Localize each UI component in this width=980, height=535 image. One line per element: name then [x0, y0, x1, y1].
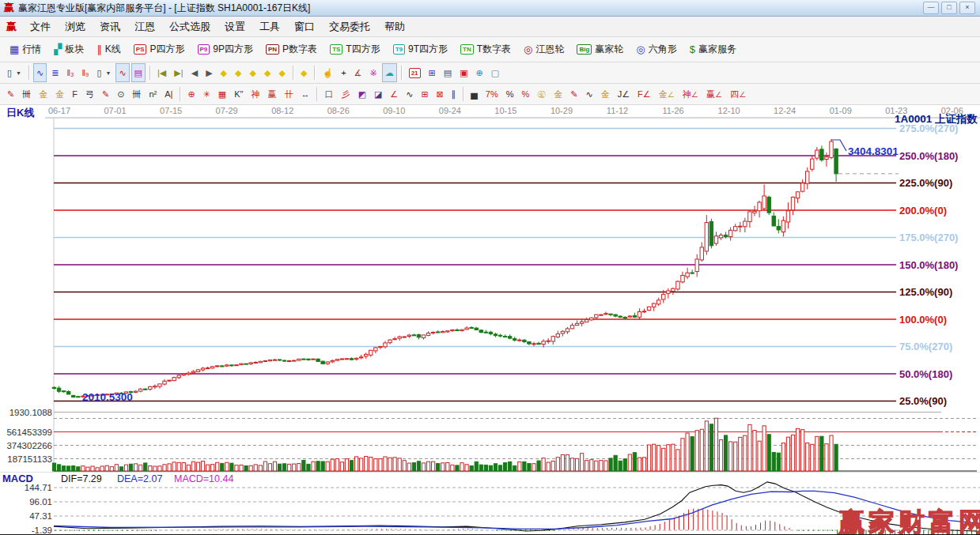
diamond-right-button[interactable]: ◆ — [232, 63, 244, 82]
shen-angle-tool[interactable]: 神∠ — [679, 85, 702, 104]
p-square-button[interactable]: PSP四方形 — [128, 40, 191, 60]
time-line-tool[interactable]: ∿ — [115, 63, 129, 82]
slant-lines-tool[interactable]: ∥ — [448, 85, 460, 104]
notes-tool[interactable]: ≣ — [48, 63, 62, 82]
maximize-button[interactable]: □ — [941, 2, 957, 14]
sectors-button[interactable]: ▞板块 — [48, 40, 89, 60]
gold-line-tool[interactable]: 金 — [551, 85, 566, 104]
a-line-tool[interactable]: A| — [161, 85, 176, 104]
angle-lines-tool[interactable]: ∠ — [387, 85, 401, 104]
winner-wheel-button[interactable]: Big赢家轮 — [571, 40, 629, 60]
circle-cross-tool[interactable]: ⊕ — [184, 85, 198, 104]
hand-tool[interactable]: ☝ — [319, 63, 336, 82]
clock-circle-tool[interactable]: ⊙ — [114, 85, 127, 104]
menu-1[interactable]: 浏览 — [58, 21, 93, 32]
percent-line-tool[interactable]: % — [518, 85, 532, 104]
gann-shape-tool[interactable]: ※ — [366, 63, 380, 82]
menu-7[interactable]: 窗口 — [287, 21, 322, 32]
menu-6[interactable]: 工具 — [252, 21, 287, 32]
kline-button[interactable]: ∥K线 — [91, 40, 127, 60]
width-arrows-tool[interactable]: ↔ — [297, 85, 312, 104]
gold-circle-tool[interactable]: ㊎ — [534, 85, 549, 104]
si-angle-tool[interactable]: 四∠ — [727, 85, 749, 104]
menu-5[interactable]: 设置 — [218, 21, 252, 32]
last-page-button[interactable]: ▶| — [171, 63, 186, 82]
save-button[interactable]: ▣ — [456, 63, 471, 82]
fan-lines-tool[interactable]: 彡 — [338, 85, 353, 104]
quotes-button[interactable]: ▦行情 — [4, 40, 47, 60]
first-page-button[interactable]: |◀ — [154, 63, 169, 82]
bar-chart-tool-icon: ▅ — [471, 90, 477, 99]
report-button[interactable]: ▤ — [441, 63, 455, 82]
close-button[interactable]: × — [959, 2, 975, 14]
grid-x-tool[interactable]: ▦ — [215, 85, 229, 104]
diamond-star-button[interactable]: ◆ — [275, 63, 288, 82]
pen-grid-tool[interactable]: ✎ — [99, 85, 112, 104]
diamond-harrow-button[interactable]: ◆ — [247, 63, 259, 82]
bars-3-tool[interactable]: ‖₃ — [63, 63, 77, 82]
menu-2[interactable]: 资讯 — [93, 21, 127, 32]
t-number-button[interactable]: TNT数字表 — [455, 40, 516, 60]
grid-red-tool[interactable]: ⊞ — [418, 85, 431, 104]
color-bar-tool[interactable]: ▤ — [131, 63, 146, 82]
t-square-button[interactable]: TST四方形 — [324, 40, 386, 60]
grid-red2-tool[interactable]: ⊠ — [433, 85, 447, 104]
t9-square-button[interactable]: T99T四方形 — [388, 40, 453, 60]
wave-av-tool[interactable]: ∿ — [582, 85, 596, 104]
winner-service-button[interactable]: $赢家服务 — [684, 40, 742, 60]
bars-9-tool[interactable]: ‖₉ — [78, 63, 92, 82]
fan-box-tool[interactable]: ◩ — [354, 85, 369, 104]
menu-9[interactable]: 帮助 — [377, 21, 412, 32]
period-dropdown[interactable]: ▯▼ — [4, 63, 25, 82]
pc-sync-button[interactable]: ▢ — [488, 63, 502, 82]
fan-box2-tool[interactable]: ◪ — [371, 85, 385, 104]
kline-chart[interactable]: 06-1707-0107-1507-2908-1208-2609-1009-24… — [0, 105, 980, 535]
gold-angle-tool[interactable]: 金∠ — [656, 85, 678, 104]
angle-measure-tool[interactable]: ∡ — [351, 63, 365, 82]
p9-square-button[interactable]: P99P四方形 — [192, 40, 259, 60]
f-grid-tool[interactable]: F — [69, 85, 81, 104]
gann-grid-tool[interactable]: 卌 — [19, 85, 34, 104]
menu-3[interactable]: 江恩 — [127, 21, 162, 32]
pen-tool[interactable]: ✎ — [4, 85, 17, 104]
gold-grid-tool[interactable]: 金 — [36, 85, 51, 104]
ying-angle-tool[interactable]: 赢∠ — [703, 85, 725, 104]
gold-double-tool[interactable]: 金 — [598, 85, 613, 104]
gann-wheel-button[interactable]: ◎江恩轮 — [518, 40, 569, 60]
calculator-button[interactable]: ⊞ — [426, 63, 439, 82]
spiral-tool[interactable]: 弓 — [82, 85, 97, 104]
diamond-left-button[interactable]: ◆ — [218, 63, 230, 82]
menu-8[interactable]: 交易委托 — [322, 21, 377, 32]
next-button[interactable]: ▶ — [202, 63, 215, 82]
percent-strike-tool[interactable]: 7% — [482, 85, 501, 104]
minimize-button[interactable]: — — [923, 2, 939, 14]
single-candle-dropdown[interactable]: ▯▼ — [93, 63, 114, 82]
diamond-center-button[interactable]: ◆ — [297, 63, 310, 82]
red-pen-tool[interactable]: ✎ — [567, 85, 581, 104]
box-tool[interactable]: 口 — [321, 85, 336, 104]
starburst-tool[interactable]: ✳ — [200, 85, 214, 104]
ruler-tool[interactable]: 卄 — [281, 85, 296, 104]
shen-grid-tool[interactable]: 神 — [248, 85, 263, 104]
j-angle-tool[interactable]: J∠ — [615, 85, 633, 104]
zigzag-tool[interactable]: ∿ — [403, 85, 416, 104]
calendar-button[interactable]: 21 — [406, 63, 424, 82]
prev-button[interactable]: ◀ — [188, 63, 201, 82]
ying-grid-tool[interactable]: 赢 — [264, 85, 279, 104]
hexagon-button[interactable]: ◎六角形 — [630, 40, 682, 60]
menu-4[interactable]: 公式选股 — [162, 21, 218, 32]
freehand-tool[interactable]: ∿ — [33, 63, 47, 82]
diamond-cross-button[interactable]: ◆ — [261, 63, 274, 82]
f-angle-tool[interactable]: F∠ — [634, 85, 654, 104]
k-quote-tool[interactable]: K" — [231, 85, 246, 104]
gold-grid2-tool[interactable]: 金 — [52, 85, 67, 104]
net-update-button[interactable]: ⊕ — [473, 63, 486, 82]
n2-grid-tool[interactable]: n² — [146, 85, 160, 104]
menu-0[interactable]: 文件 — [23, 21, 58, 32]
percent-tool[interactable]: % — [503, 85, 517, 104]
crosshair-tool[interactable]: + — [338, 63, 349, 82]
bar-chart-tool[interactable]: ▅ — [467, 85, 480, 104]
region-tool[interactable]: ☁ — [382, 63, 397, 82]
comb-tool[interactable]: 卌 — [129, 85, 144, 104]
p-number-button[interactable]: PNP数字表 — [260, 40, 323, 60]
